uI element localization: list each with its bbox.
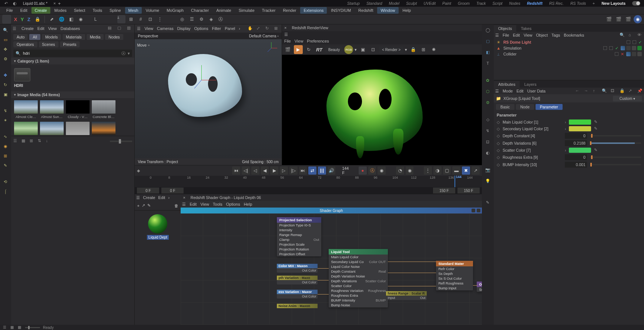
extra-a-icon[interactable]: ↯: [2, 107, 9, 114]
attr-custom-dropdown[interactable]: Custom ▾: [613, 96, 642, 101]
timeline-ruler[interactable]: 081624324048566472808896104112128136144 …: [135, 176, 482, 187]
tl-rec-icon[interactable]: ●: [359, 166, 367, 175]
node-liquid-tool[interactable]: Liquid Tool Main Liquid ColorSecondary L…: [329, 249, 388, 307]
snap-3-icon[interactable]: ⊡: [146, 15, 154, 23]
lock-icon[interactable]: 🔒: [33, 15, 41, 23]
menu-tracker[interactable]: Tracker: [259, 7, 279, 14]
menu-create[interactable]: Create: [31, 7, 50, 14]
axis-x[interactable]: X: [13, 17, 19, 22]
tl-start-field[interactable]: 0 F: [137, 188, 159, 193]
gear-tool-icon[interactable]: ⚙: [2, 55, 9, 62]
ng-left-menu-icon[interactable]: ☰: [136, 195, 140, 200]
rv-crop-icon[interactable]: ⊡: [369, 45, 378, 54]
rec-1-icon[interactable]: 🎬: [605, 15, 613, 23]
node-projection[interactable]: Projected Selection Projection Type I0-S…: [277, 217, 321, 256]
obj-menu-tags[interactable]: Tags: [551, 33, 560, 37]
layout-rs tools[interactable]: RS Tools: [570, 1, 586, 6]
tl-f2-icon[interactable]: ◑: [433, 166, 442, 175]
rv-rt-label[interactable]: RT: [315, 47, 324, 53]
node-colormix[interactable]: Color MIX : Maxon Out Color: [277, 264, 318, 273]
layout-groom[interactable]: Groom: [458, 1, 470, 6]
thumb-item[interactable]: Almost Sun…: [40, 100, 64, 119]
tl-playrev-icon[interactable]: ◀: [261, 166, 269, 175]
keyframe-diamond-icon[interactable]: ◇: [497, 141, 500, 145]
document-tab[interactable]: Liquid 01.abc *: [19, 1, 51, 6]
keyframe-diamond-icon[interactable]: ◇: [497, 120, 500, 124]
menu-icon[interactable]: ☰: [13, 26, 16, 31]
menu-mesh[interactable]: Mesh: [125, 7, 142, 14]
node-port[interactable]: Roughness VariationRoughness: [329, 288, 388, 293]
param-value[interactable]: 0: [565, 154, 587, 160]
layout-startup[interactable]: Startup: [347, 1, 360, 6]
search-input[interactable]: [23, 51, 120, 55]
param-value[interactable]: 0.2188: [565, 140, 587, 146]
layout-nodes[interactable]: Nodes: [509, 1, 520, 6]
layout-2-icon[interactable]: ▢: [117, 26, 123, 31]
globe-icon[interactable]: 🌐: [57, 15, 66, 23]
viewport-canvas[interactable]: Move +: [135, 39, 282, 158]
attributes-tab[interactable]: Attributes: [494, 81, 520, 88]
back-icon[interactable]: ↶: [3, 0, 9, 6]
tl-end2-field[interactable]: 150 F: [457, 188, 480, 193]
snap-4-icon[interactable]: ⋮: [156, 15, 164, 23]
node-depthvar[interactable]: pth Variation : Maxo Out Color: [277, 276, 318, 284]
filter-presets[interactable]: Presets: [60, 41, 80, 47]
node-port[interactable]: Main Liquid Color: [329, 255, 388, 259]
ng-tab-title[interactable]: Redshift Shader Graph - Liquid Depth 06: [188, 195, 264, 201]
ng-tab-close-icon[interactable]: ×: [181, 195, 187, 200]
color-swatch[interactable]: [569, 148, 591, 153]
render-canvas[interactable]: [282, 55, 482, 165]
ng-menu-tools[interactable]: Tools: [213, 202, 222, 206]
keyframe-diamond-icon[interactable]: ◇: [497, 162, 500, 167]
tl-prevkey-icon[interactable]: ◁|: [242, 166, 250, 175]
attr-filter-icon[interactable]: ⚃: [611, 88, 616, 94]
sphere-icon[interactable]: ◉: [77, 15, 85, 23]
rv-render-dropdown[interactable]: < Render >: [379, 46, 403, 53]
objects-tab[interactable]: Objects: [494, 25, 516, 32]
attr-pin-icon[interactable]: 📌: [637, 88, 643, 94]
layout-script[interactable]: Script: [493, 1, 503, 6]
tl-start2-field[interactable]: 0 F: [161, 188, 184, 193]
tl-f5-icon[interactable]: ✖: [462, 166, 470, 175]
attr-menu-mode[interactable]: Mode: [503, 89, 513, 93]
filter-media[interactable]: Media: [87, 34, 104, 40]
rv-region-icon[interactable]: ▣: [358, 45, 367, 54]
sb-i2-icon[interactable]: ▦: [10, 325, 15, 330]
rd-icon-cube[interactable]: ▢: [484, 37, 492, 45]
attr-pop-icon[interactable]: ↗: [628, 88, 634, 94]
playhead[interactable]: 144: [455, 176, 455, 187]
layout-uvedit[interactable]: UVEdit: [423, 1, 436, 6]
tl-prevframe-icon[interactable]: ◁: [251, 166, 259, 175]
color-swatch[interactable]: [569, 126, 591, 131]
sb-i1-icon[interactable]: ☰: [3, 325, 7, 330]
obj-menu-file[interactable]: File: [503, 33, 509, 37]
rv-aov-dropdown[interactable]: Beauty: [325, 46, 343, 53]
tl-k1-icon[interactable]: ◔: [396, 166, 404, 175]
rd-icon-d[interactable]: ◐: [484, 149, 492, 157]
view-list-icon[interactable]: ☰: [13, 138, 19, 144]
attr-lock-icon[interactable]: 🔒: [620, 88, 625, 94]
attr-pill-basic[interactable]: Basic: [496, 104, 514, 110]
filter-models[interactable]: Models: [42, 34, 61, 40]
rec-3-icon[interactable]: 🎬: [624, 15, 632, 23]
attr-search-icon[interactable]: 🔍: [602, 88, 607, 94]
rd-icon-hex[interactable]: ⬡: [484, 87, 492, 95]
node-noiseanim[interactable]: Noise Anim : Maxon: [277, 304, 318, 308]
clear-search-icon[interactable]: ⓧ: [121, 51, 125, 56]
ng-menu-help[interactable]: Help: [244, 202, 252, 206]
close-tab-icon[interactable]: ×: [53, 1, 56, 6]
rv-lock-icon[interactable]: 🔒: [409, 45, 417, 54]
layout-3-icon[interactable]: ▥: [127, 26, 133, 31]
layers-tab[interactable]: Layers: [520, 81, 541, 88]
tl-first-icon[interactable]: ⏮: [232, 166, 240, 175]
translate-tool-icon[interactable]: ✥: [2, 72, 9, 78]
node-port[interactable]: Bump Noise: [329, 303, 388, 307]
vp-nav-3-icon[interactable]: ↻: [265, 26, 271, 31]
thumb-item[interactable]: Cloudy - V…: [66, 100, 90, 119]
obj-menu-view[interactable]: View: [524, 33, 533, 37]
vp-nav-2-icon[interactable]: ⤢: [256, 26, 262, 31]
menu-spline[interactable]: Spline: [106, 7, 124, 14]
viewport-mesh[interactable]: [168, 54, 242, 117]
cube-icon[interactable]: ◧: [67, 15, 75, 23]
vp-nav-1-icon[interactable]: ✋: [248, 26, 253, 31]
